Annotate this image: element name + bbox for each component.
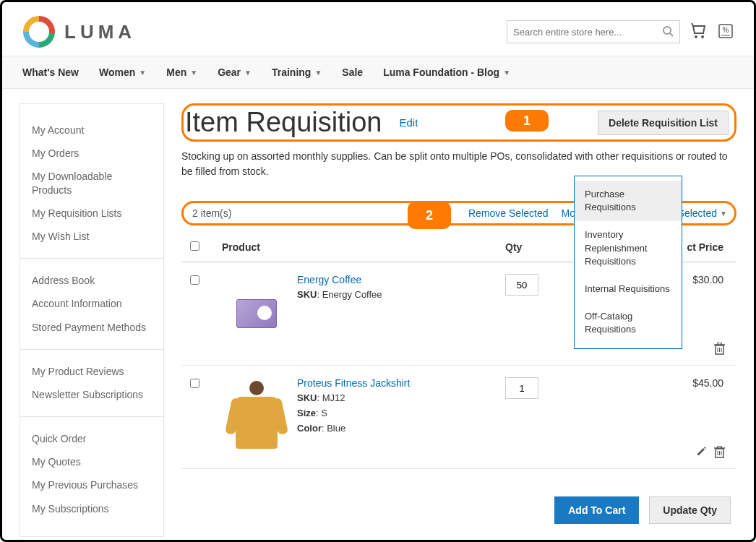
sidebar-address-book[interactable]: Address Book	[32, 269, 152, 292]
header-right: %	[507, 20, 734, 43]
row-checkbox[interactable]	[190, 379, 199, 388]
trash-icon[interactable]	[714, 343, 725, 358]
qty-input[interactable]	[505, 377, 538, 399]
svg-text:%: %	[723, 26, 729, 34]
title-row: Item Requisition Edit 1 Delete Requisiti…	[181, 103, 736, 142]
svg-point-6	[695, 35, 697, 38]
nav-sale[interactable]: Sale	[342, 66, 363, 78]
row-checkbox[interactable]	[190, 275, 199, 285]
add-to-cart-button[interactable]: Add To Cart	[554, 496, 639, 524]
callout-1: 1	[505, 110, 549, 132]
nav-bar: What's New Women▼ Men▼ Gear▼ Training▼ S…	[2, 56, 754, 89]
compare-icon[interactable]: %	[718, 23, 734, 41]
sidebar-my-subscriptions[interactable]: My Subscriptions	[32, 497, 152, 520]
search-input[interactable]	[513, 27, 662, 38]
product-name-link[interactable]: Proteus Fitness Jackshirt	[297, 377, 410, 389]
nav-label: Women	[99, 66, 135, 78]
sidebar-wish-list[interactable]: My Wish List	[32, 225, 152, 248]
trash-icon[interactable]	[714, 446, 725, 461]
sidebar-newsletter[interactable]: Newsletter Subscriptions	[32, 383, 152, 406]
nav-label: Gear	[218, 66, 241, 78]
logo-icon	[22, 15, 56, 48]
logo[interactable]: LUMA	[22, 15, 136, 48]
chevron-down-icon: ▼	[720, 210, 727, 218]
nav-label: Luma Foundation - Blog	[383, 66, 499, 78]
cart-icon[interactable]	[690, 23, 708, 41]
page-description: Stocking up on assorted monthly supplies…	[181, 149, 731, 179]
nav-women[interactable]: Women▼	[99, 66, 146, 78]
search-icon[interactable]	[662, 25, 674, 39]
col-product: Product	[219, 241, 505, 253]
dropdown-item-internal[interactable]: Internal Requisitions	[575, 275, 682, 303]
product-image	[222, 377, 291, 457]
table-row: Proteus Fitness Jackshirt SKU: MJ12 Size…	[181, 366, 736, 469]
nav-whats-new[interactable]: What's New	[22, 66, 79, 78]
sidebar-previous-purchases[interactable]: My Previous Purchases	[32, 473, 152, 496]
nav-label: Sale	[342, 66, 363, 78]
qty-input[interactable]	[505, 274, 538, 296]
move-selected-dropdown: Purchase Requisitions Inventory Replenis…	[574, 176, 682, 349]
chevron-down-icon: ▼	[139, 69, 146, 77]
svg-point-7	[701, 35, 704, 38]
svg-line-5	[670, 33, 673, 36]
nav-label: Training	[272, 66, 311, 78]
chevron-down-icon: ▼	[190, 69, 197, 77]
logo-text: LUMA	[64, 21, 136, 43]
remove-selected-link[interactable]: Remove Selected	[468, 207, 549, 219]
price-value: $45.00	[692, 377, 723, 389]
search-box[interactable]	[507, 20, 680, 43]
item-count: 2 item(s)	[192, 207, 231, 219]
footer-buttons: Add To Cart Update Qty	[181, 496, 736, 524]
svg-point-4	[663, 27, 671, 34]
row-actions	[714, 343, 725, 358]
product-meta: SKU: MJ12 Size: S Color: Blue	[297, 391, 410, 436]
callout-2: 2	[408, 202, 451, 229]
nav-training[interactable]: Training▼	[272, 66, 322, 78]
update-qty-button[interactable]: Update Qty	[649, 496, 731, 524]
product-name-link[interactable]: Energy Coffee	[297, 274, 382, 285]
row-actions	[696, 446, 725, 461]
select-all-checkbox[interactable]	[190, 241, 199, 251]
dropdown-item-purchase[interactable]: Purchase Requisitions	[575, 181, 682, 221]
dropdown-item-offcatalog[interactable]: Off-Catalog Requisitions	[575, 303, 682, 343]
chevron-down-icon: ▼	[314, 69, 322, 77]
product-image	[222, 274, 291, 353]
nav-label: Men	[166, 66, 186, 78]
sidebar-product-reviews[interactable]: My Product Reviews	[32, 360, 152, 383]
nav-gear[interactable]: Gear▼	[218, 66, 252, 78]
nav-label: What's New	[22, 66, 79, 78]
sidebar: My Account My Orders My Downloadable Pro…	[20, 103, 164, 537]
col-qty: Qty	[505, 241, 556, 253]
nav-men[interactable]: Men▼	[166, 66, 197, 78]
edit-icon[interactable]	[696, 446, 707, 461]
sidebar-requisition-lists[interactable]: My Requisition Lists	[32, 202, 152, 225]
chevron-down-icon: ▼	[244, 69, 252, 77]
sidebar-my-quotes[interactable]: My Quotes	[32, 450, 152, 473]
price-value: $30.00	[692, 274, 723, 285]
sidebar-downloadable[interactable]: My Downloadable Products	[32, 165, 152, 201]
chevron-down-icon: ▼	[503, 69, 510, 77]
header: LUMA %	[2, 2, 754, 56]
sidebar-stored-payment[interactable]: Stored Payment Methods	[32, 316, 152, 339]
delete-requisition-button[interactable]: Delete Requisition List	[598, 111, 729, 135]
dropdown-item-inventory[interactable]: Inventory Replenishment Requisitions	[575, 221, 682, 275]
edit-link[interactable]: Edit	[399, 116, 418, 129]
sidebar-quick-order[interactable]: Quick Order	[32, 427, 152, 450]
page-title: Item Requisition	[184, 107, 382, 138]
nav-blog[interactable]: Luma Foundation - Blog▼	[383, 66, 510, 78]
product-meta: SKU: Energy Coffee	[297, 288, 382, 303]
sidebar-my-orders[interactable]: My Orders	[32, 142, 152, 165]
sidebar-account-info[interactable]: Account Information	[32, 292, 152, 315]
sidebar-my-account[interactable]: My Account	[32, 119, 152, 142]
